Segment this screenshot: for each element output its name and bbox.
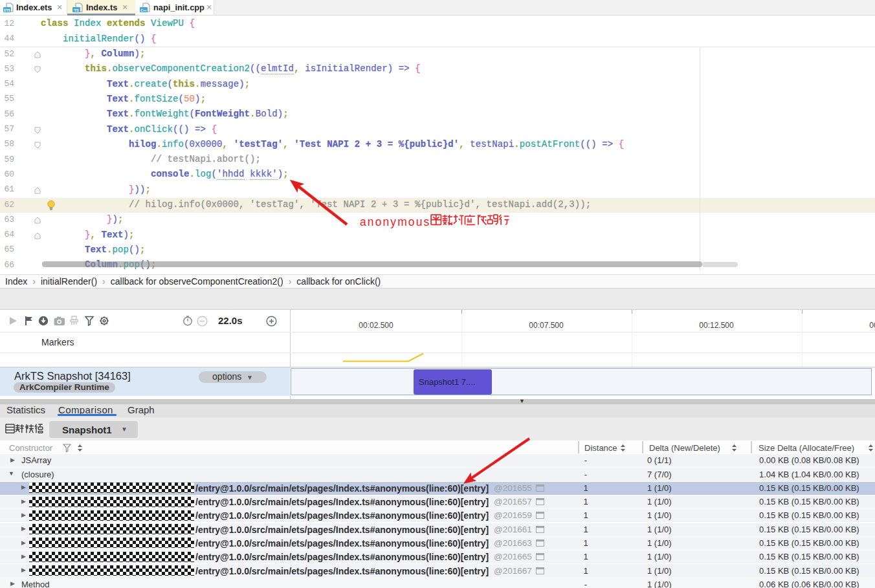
svg-text:TS: TS — [74, 8, 79, 12]
svg-text:ETS: ETS — [4, 8, 10, 12]
svg-text:C++: C++ — [140, 8, 147, 12]
